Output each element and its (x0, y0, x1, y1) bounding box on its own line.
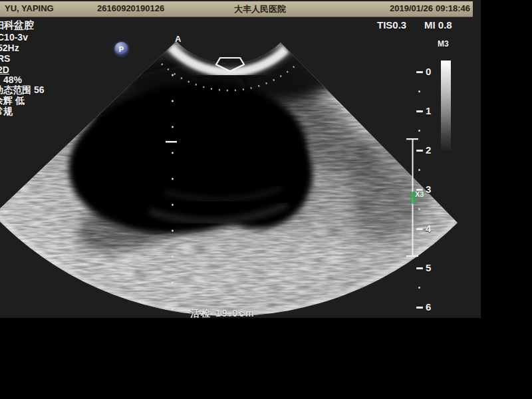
gain-label: 48% (3, 74, 22, 85)
physio-marker-icon: P (114, 42, 128, 56)
depth-label: 3 (426, 184, 438, 195)
ruler-tick (416, 228, 423, 230)
ruler-tick (416, 71, 423, 73)
ruler-dot (418, 90, 420, 92)
focus-marker (166, 141, 177, 143)
ultrasound-image (0, 0, 481, 318)
ruler-tick (416, 267, 423, 269)
ruler-tick (416, 150, 423, 152)
patient-name: YU, YAPING (5, 3, 54, 13)
hospital-name: 大丰人民医院 (234, 3, 286, 15)
ruler-dot (418, 130, 420, 132)
exam-date: 2019/01/26 (390, 3, 433, 13)
ruler-dot (418, 208, 420, 210)
depth-label: 5 (426, 262, 438, 273)
zoom-marker-label: X3 (415, 190, 424, 198)
ruler-tick (416, 307, 423, 309)
depth-label: 1 (426, 105, 438, 116)
grayscale-bar (441, 61, 451, 150)
gray-map-label: M3 (438, 39, 449, 49)
probe-label: C10-3v (0, 32, 28, 43)
ultrasound-screen: YU, YAPING 26160920190126 大丰人民医院 2019/01… (0, 0, 532, 399)
ruler-dot (418, 287, 420, 289)
depth-label: 6 (426, 301, 438, 313)
depth-label: 0 (426, 66, 438, 77)
orientation-marker: A (175, 34, 181, 44)
rs-label: RS (0, 53, 10, 64)
ruler-dot (418, 247, 420, 249)
depth-label: 2 (426, 144, 438, 156)
patient-id: 26160920190126 (97, 3, 164, 13)
mi-value: MI 0.8 (424, 19, 452, 31)
tis-value: TIS0.3 (377, 19, 406, 31)
exam-type-label: 妇科盆腔 (0, 20, 34, 31)
exam-time: 09:18:46 (436, 3, 470, 13)
ruler-dot (418, 169, 420, 171)
depth-label: 4 (426, 223, 438, 234)
preset-label: 常规 (0, 106, 13, 116)
mode-label: 2D (0, 65, 9, 75)
ruler-tick (416, 110, 423, 112)
persistence-label: 余辉 低 (0, 95, 25, 106)
biopsy-annotation: 活检 19.0cm (190, 308, 255, 318)
frame-rate-label: 52Hz (0, 43, 19, 53)
imaging-panel: YU, YAPING 26160920190126 大丰人民医院 2019/01… (0, 0, 481, 318)
dynamic-range-label: 动态范围 56 (0, 84, 44, 95)
patient-header-bar: YU, YAPING 26160920190126 大丰人民医院 2019/01… (0, 1, 473, 17)
